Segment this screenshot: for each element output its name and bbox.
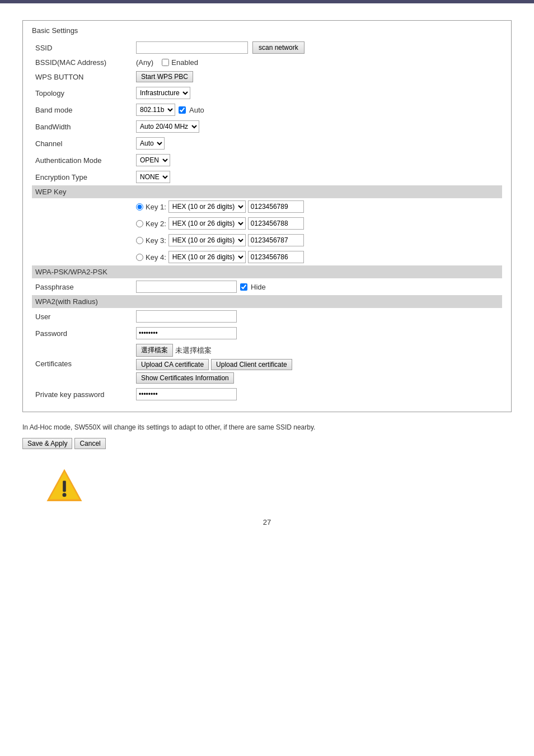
- wepkey-3-type-select[interactable]: HEX (10 or 26 digits): [168, 234, 246, 246]
- certificates-label: Certificates: [32, 342, 133, 386]
- wepkey-4-radio[interactable]: [136, 254, 143, 261]
- note-text: In Ad-Hoc mode, SW550X will change its s…: [22, 423, 512, 431]
- passphrase-label: Passphrase: [32, 278, 133, 295]
- basic-settings-box: Basic Settings SSID scan network BSSID(M…: [22, 20, 512, 412]
- bandmode-cell: 802.11b Auto: [133, 101, 502, 118]
- bssid-label: BSSID(MAC Address): [32, 56, 133, 69]
- wepkey-4-type-select[interactable]: HEX (10 or 26 digits): [168, 251, 246, 263]
- bandmode-row: Band mode 802.11b Auto: [32, 101, 502, 118]
- wepkey-2-type-select[interactable]: HEX (10 or 26 digits): [168, 217, 246, 230]
- page-content: Basic Settings SSID scan network BSSID(M…: [0, 3, 534, 543]
- certificates-cell: 選擇檔案 未選擇檔案 Upload CA certificate Upload …: [133, 342, 502, 386]
- channel-cell: Auto: [133, 135, 502, 152]
- channel-row: Channel Auto: [32, 135, 502, 152]
- enctype-select[interactable]: NONE: [136, 171, 170, 183]
- passphrase-input[interactable]: [136, 281, 237, 293]
- enctype-row: Encryption Type NONE: [32, 169, 502, 185]
- privatekey-cell: [133, 386, 502, 403]
- user-label: User: [32, 308, 133, 325]
- wepkey-3-radio[interactable]: [136, 237, 143, 244]
- wep-key-1-row: Key 1: HEX (10 or 26 digits): [32, 198, 502, 215]
- bandmode-auto-checkbox[interactable]: [179, 106, 186, 114]
- wepkey-4-label: Key 4:: [146, 253, 166, 262]
- wpa2radius-section-row: WPA2(with Radius): [32, 295, 502, 308]
- privatekey-row: Private key password: [32, 386, 502, 403]
- bandwidth-select[interactable]: Auto 20/40 MHz: [136, 120, 199, 133]
- warning-icon: [45, 466, 84, 505]
- bssid-cell: (Any) Enabled: [133, 56, 502, 69]
- enctype-label: Encryption Type: [32, 169, 133, 185]
- bandwidth-label: BandWidth: [32, 118, 133, 135]
- authmode-select[interactable]: OPEN: [136, 154, 170, 166]
- choose-file-button[interactable]: 選擇檔案: [136, 344, 173, 357]
- passphrase-hide-label: Hide: [251, 283, 266, 291]
- wpapsk-section-header: WPA-PSK/WPA2-PSK: [32, 265, 502, 278]
- wep-key-2-row: Key 2: HEX (10 or 26 digits): [32, 215, 502, 232]
- wps-label: WPS BUTTON: [32, 69, 133, 85]
- wpa2radius-section-header: WPA2(with Radius): [32, 295, 502, 308]
- wepkey-2-label: Key 2:: [146, 220, 166, 228]
- save-cancel-row: Save & Apply Cancel: [22, 438, 512, 449]
- cancel-button[interactable]: Cancel: [74, 438, 105, 449]
- topology-cell: Infrastructure: [133, 85, 502, 101]
- bssid-enabled-checkbox[interactable]: [162, 59, 169, 66]
- bandmode-label: Band mode: [32, 101, 133, 118]
- wepkey-2-value-input[interactable]: [248, 217, 304, 230]
- bssid-any-text: (Any): [136, 58, 153, 67]
- wepkey-4-value-input[interactable]: [248, 251, 304, 263]
- upload-ca-button[interactable]: Upload CA certificate: [136, 359, 209, 370]
- passphrase-hide-checkbox[interactable]: [240, 283, 247, 291]
- page-number: 27: [22, 518, 512, 526]
- topology-label: Topology: [32, 85, 133, 101]
- wepkey-1-radio[interactable]: [136, 203, 143, 211]
- password-row: Password: [32, 325, 502, 342]
- user-input[interactable]: SWXXXX: [136, 310, 237, 323]
- svg-point-3: [63, 493, 67, 497]
- channel-label: Channel: [32, 135, 133, 152]
- bssid-row: BSSID(MAC Address) (Any) Enabled: [32, 56, 502, 69]
- channel-select[interactable]: Auto: [136, 137, 165, 150]
- password-label: Password: [32, 325, 133, 342]
- wepkey-3-label: Key 3:: [146, 236, 166, 245]
- bssid-enabled-label: Enabled: [171, 58, 198, 67]
- topology-row: Topology Infrastructure: [32, 85, 502, 101]
- svg-rect-2: [63, 481, 66, 492]
- wep-key-4-row: Key 4: HEX (10 or 26 digits): [32, 249, 502, 265]
- password-input[interactable]: [136, 327, 237, 339]
- wepkey-1-value-input[interactable]: [248, 200, 304, 213]
- wps-cell: Start WPS PBC: [133, 69, 502, 85]
- user-cell: SWXXXX: [133, 308, 502, 325]
- show-certificates-button[interactable]: Show Certificates Information: [136, 372, 234, 384]
- upload-client-button[interactable]: Upload Client certificate: [211, 359, 292, 370]
- authmode-row: Authentication Mode OPEN: [32, 152, 502, 169]
- ssid-cell: scan network: [133, 39, 502, 56]
- password-cell: [133, 325, 502, 342]
- wepkey-section-row: WEP Key: [32, 185, 502, 198]
- privatekey-label: Private key password: [32, 386, 133, 403]
- authmode-cell: OPEN: [133, 152, 502, 169]
- wpapsk-section-row: WPA-PSK/WPA2-PSK: [32, 265, 502, 278]
- bandwidth-cell: Auto 20/40 MHz: [133, 118, 502, 135]
- scan-network-button[interactable]: scan network: [252, 41, 305, 54]
- bandmode-select[interactable]: 802.11b: [136, 104, 175, 116]
- start-wps-pbc-button[interactable]: Start WPS PBC: [136, 71, 193, 82]
- wepkey-3-value-input[interactable]: [248, 234, 304, 246]
- topology-select[interactable]: Infrastructure: [136, 87, 190, 99]
- ssid-row: SSID scan network: [32, 39, 502, 56]
- basic-settings-title: Basic Settings: [32, 26, 502, 35]
- user-row: User SWXXXX: [32, 308, 502, 325]
- certificates-row: Certificates 選擇檔案 未選擇檔案 Upload CA certif…: [32, 342, 502, 386]
- passphrase-cell: Hide: [133, 278, 502, 295]
- bandwidth-row: BandWidth Auto 20/40 MHz: [32, 118, 502, 135]
- settings-table: SSID scan network BSSID(MAC Address) (An…: [32, 39, 502, 403]
- enctype-cell: NONE: [133, 169, 502, 185]
- wps-row: WPS BUTTON Start WPS PBC: [32, 69, 502, 85]
- wepkey-1-type-select[interactable]: HEX (10 or 26 digits): [168, 200, 246, 213]
- wep-key-3-row: Key 3: HEX (10 or 26 digits): [32, 232, 502, 249]
- save-apply-button[interactable]: Save & Apply: [22, 438, 72, 449]
- privatekey-input[interactable]: [136, 388, 237, 400]
- wepkey-1-label: Key 1:: [146, 203, 166, 211]
- wepkey-2-radio[interactable]: [136, 220, 143, 227]
- bandmode-auto-label: Auto: [189, 106, 204, 114]
- ssid-input[interactable]: [136, 41, 248, 54]
